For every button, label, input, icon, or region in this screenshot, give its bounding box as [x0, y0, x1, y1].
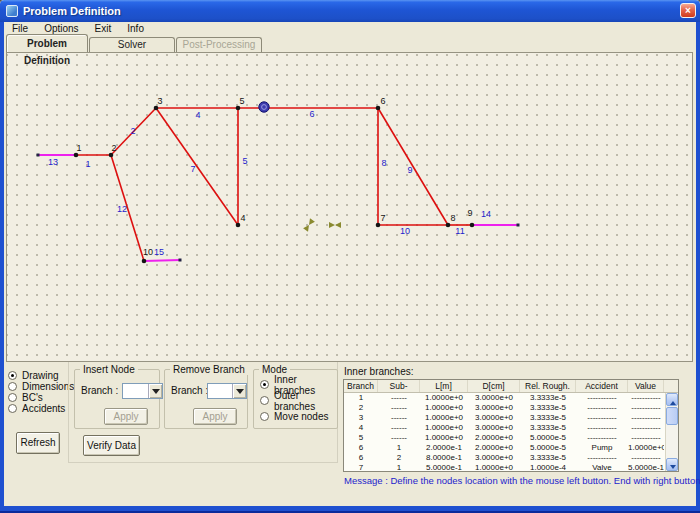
radio-unchecked-icon: [8, 393, 17, 402]
window-title: Problem Definition: [23, 5, 121, 17]
node-5[interactable]: [236, 106, 241, 111]
table-cell: ------: [378, 433, 420, 443]
insert-node-apply-button[interactable]: Apply: [104, 408, 148, 425]
table-cell: 7: [344, 463, 378, 471]
table-row[interactable]: 1------1.0000e+03.0000e+03.3333e-5------…: [344, 393, 665, 403]
branch-label-11: 11: [455, 226, 464, 236]
table-cell: 5.0000e-1: [628, 463, 664, 471]
table-row[interactable]: 4------1.0000e+03.0000e+03.3333e-5------…: [344, 423, 665, 433]
view-mode-dimensions[interactable]: Dimensions: [8, 381, 74, 392]
mode-option-outer-branches[interactable]: Outer branches: [260, 395, 337, 406]
table-cell: 3.3333e-5: [520, 403, 576, 413]
table-cell: 5: [344, 433, 378, 443]
node-1[interactable]: [74, 153, 79, 158]
scroll-down-icon[interactable]: [666, 458, 678, 471]
app-window: Problem Definition × FileOptionsExitInfo…: [0, 0, 700, 513]
table-row[interactable]: 612.0000e-12.0000e+05.0000e-5Pump1.0000e…: [344, 443, 665, 453]
table-cell: 3.3333e-5: [520, 393, 576, 403]
table-cell: 3.3333e-5: [520, 423, 576, 433]
node-2[interactable]: [109, 153, 114, 158]
table-cell: -----------: [576, 433, 628, 443]
valve-symbol: [329, 222, 341, 228]
scroll-up-icon[interactable]: [666, 393, 678, 406]
table-cell: 2.0000e+0: [468, 443, 520, 453]
table-cell: 1.0000e+0: [420, 433, 468, 443]
view-mode-bc-s[interactable]: BC's: [8, 392, 43, 403]
branch-label-6: 6: [309, 109, 314, 119]
scroll-thumb[interactable]: [666, 407, 678, 425]
table-cell: -----------: [576, 453, 628, 463]
insert-node-combo-arrow-icon[interactable]: [148, 384, 162, 398]
branch-label-5: 5: [242, 156, 247, 166]
branch-label-15: 15: [154, 247, 164, 257]
table-row[interactable]: 3------1.0000e+03.0000e+03.3333e-5------…: [344, 413, 665, 423]
table-cell: 1.0000e+0: [420, 403, 468, 413]
tab-problem-definition[interactable]: Problem Definition: [6, 34, 88, 52]
inner-branch-9[interactable]: [378, 108, 448, 225]
node-10[interactable]: [142, 259, 147, 264]
status-message: Message : Define the nodes location with…: [344, 475, 700, 486]
table-cell: 5.0000e-5: [520, 443, 576, 453]
branch-label-12: 12: [117, 204, 127, 214]
mode-option-move-nodes[interactable]: Move nodes: [260, 411, 328, 422]
title-bar[interactable]: Problem Definition ×: [0, 0, 700, 22]
table-title: Inner branches:: [344, 366, 414, 377]
insert-node-branch-combobox[interactable]: [122, 383, 163, 399]
table-cell: ------: [378, 413, 420, 423]
drawing-canvas[interactable]: 1245678910111213141512345678910: [6, 52, 693, 362]
remove-branch-combo-arrow-icon[interactable]: [232, 384, 246, 398]
window-icon: [6, 5, 18, 17]
table-scrollbar[interactable]: [665, 393, 678, 471]
mode-option-inner-branches[interactable]: Inner branches: [260, 379, 337, 390]
table-cell: 3.0000e+0: [468, 413, 520, 423]
view-mode-dimensions-label: Dimensions: [22, 381, 74, 392]
insert-node-group: Insert Node Branch : Apply: [74, 369, 160, 429]
column-header-sub-branch: Sub-branch: [378, 380, 420, 392]
tab-solver[interactable]: Solver: [89, 37, 175, 52]
outer-branch-13-end-marker: [37, 154, 40, 157]
node-9[interactable]: [470, 223, 475, 228]
refresh-button[interactable]: Refresh: [16, 432, 60, 454]
menu-item-exit[interactable]: Exit: [87, 23, 120, 34]
table-cell: 3.0000e+0: [468, 453, 520, 463]
menu-item-options[interactable]: Options: [36, 23, 86, 34]
radio-checked-icon: [260, 380, 269, 389]
table-cell: 2: [378, 453, 420, 463]
table-cell: -----------: [628, 403, 664, 413]
node-6[interactable]: [376, 106, 381, 111]
verify-data-button[interactable]: Verify Data: [83, 435, 140, 456]
table-cell: ------: [378, 403, 420, 413]
node-label-5: 5: [239, 96, 244, 106]
view-mode-accidents[interactable]: Accidents: [8, 403, 65, 414]
table-cell: ------: [378, 423, 420, 433]
node-8[interactable]: [446, 223, 451, 228]
node-7[interactable]: [376, 223, 381, 228]
table-row[interactable]: 5------1.0000e+02.0000e+05.0000e-5------…: [344, 433, 665, 443]
table-cell: -----------: [628, 433, 664, 443]
branch-label-1: 1: [85, 159, 90, 169]
menu-item-info[interactable]: Info: [119, 23, 152, 34]
table-cell: -----------: [628, 423, 664, 433]
table-header-row: BranchSub-branchL[m]D[cm]Rel. Rough.Acci…: [344, 380, 678, 393]
table-row[interactable]: 628.0000e-13.0000e+03.3333e-5-----------…: [344, 453, 665, 463]
node-label-3: 3: [157, 96, 162, 106]
close-button[interactable]: ×: [680, 3, 696, 18]
network-svg: 1245678910111213141512345678910: [7, 56, 692, 362]
node-4[interactable]: [236, 223, 241, 228]
inner-branch-12[interactable]: [111, 155, 144, 261]
menu-item-file[interactable]: File: [4, 23, 36, 34]
tab-post-processing[interactable]: Post-Processing: [176, 37, 262, 52]
column-header-accident: Accident: [576, 380, 628, 392]
table-cell: 3.3333e-5: [520, 453, 576, 463]
node-label-1: 1: [76, 143, 81, 153]
view-mode-drawing[interactable]: Drawing: [8, 370, 59, 381]
outer-branch-15[interactable]: [144, 260, 180, 261]
inner-branch-7[interactable]: [156, 108, 238, 225]
remove-branch-branch-combobox[interactable]: [207, 383, 247, 399]
node-3[interactable]: [154, 106, 159, 111]
table-row[interactable]: 715.0000e-11.0000e+01.0000e-4Valve5.0000…: [344, 463, 665, 471]
radio-unchecked-icon: [8, 404, 17, 413]
remove-branch-apply-button[interactable]: Apply: [193, 408, 237, 425]
table-cell: -----------: [576, 393, 628, 403]
table-row[interactable]: 2------1.0000e+03.0000e+03.3333e-5------…: [344, 403, 665, 413]
